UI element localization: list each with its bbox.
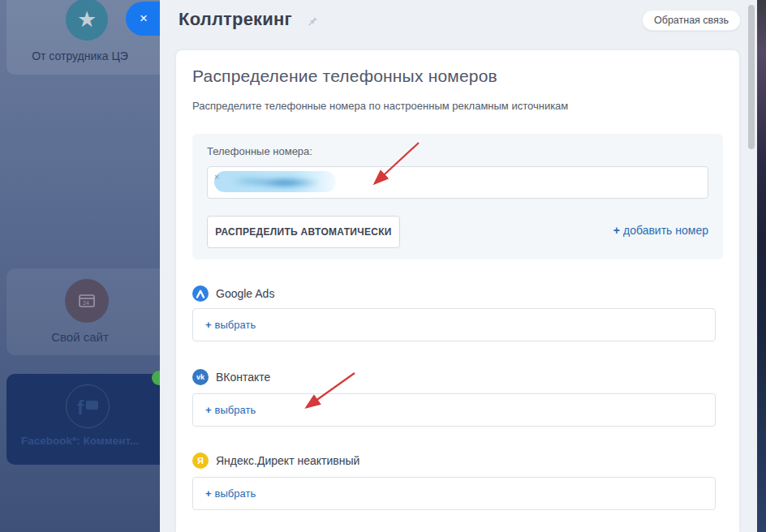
plus-icon: + [205,319,212,331]
redacted-phone-chip[interactable] [214,171,336,192]
feedback-button[interactable]: Обратная связь [642,10,741,31]
calltracking-panel: Коллтрекинг Обратная связь Распределение… [160,0,757,532]
add-number-link[interactable]: +добавить номер [613,224,708,237]
source-name: Яндекс.Директ неактивный [216,454,359,467]
distribute-automatically-button[interactable]: РАСПРЕДЕЛИТЬ АВТОМАТИЧЕСКИ [207,216,400,248]
facebook-comments-icon: f [66,384,110,428]
distribution-card: Распределение телефонных номеров Распред… [176,50,739,532]
tile-label-employee: От сотрудника ЦЭ [0,49,160,62]
section-subtitle: Распределите телефонные номера по настро… [192,100,568,112]
tile-label-facebook: Facebook*: Коммент... [0,435,160,447]
select-numbers-yandex-direct[interactable]: +выбрать [192,477,716,510]
source-name: Google Ads [216,287,274,300]
desktop-background-edge [757,0,766,532]
yandex-direct-icon: Я [192,453,209,469]
svg-text:24: 24 [83,300,89,306]
star-icon: ★ [66,0,108,41]
choose-link[interactable]: выбрать [215,404,256,416]
page-title: Коллтрекинг [179,9,292,30]
source-name: ВКонтакте [216,371,270,384]
close-overlay-button[interactable]: × [126,2,160,36]
plus-icon: + [205,487,212,500]
pin-icon[interactable] [306,15,318,30]
source-header-google-ads: Google Ads [192,285,274,302]
website-icon: 24 [65,279,109,323]
phone-numbers-panel: Телефонные номера: × РАСПРЕДЕЛИТЬ АВТОМА… [192,134,723,260]
close-icon: × [140,11,148,27]
phone-numbers-input[interactable]: × [207,166,708,199]
choose-link[interactable]: выбрать [215,487,256,500]
plus-icon: + [205,404,212,416]
source-header-vk: vk ВКонтакте [192,369,270,385]
select-numbers-vk[interactable]: +выбрать [192,393,716,427]
plus-icon: + [613,224,620,237]
chip-remove-icon[interactable]: × [214,172,219,182]
app-window: ★ × От сотрудника ЦЭ 24 Свой сайт f Face… [0,0,766,532]
integrations-background: ★ × От сотрудника ЦЭ 24 Свой сайт f Face… [0,0,160,532]
source-header-yandex-direct: Я Яндекс.Директ неактивный [192,453,359,469]
vk-icon: vk [192,369,209,385]
phone-numbers-label: Телефонные номера: [207,145,312,157]
google-ads-icon [192,285,209,302]
choose-link[interactable]: выбрать [215,319,256,331]
blurred-phone-number [214,171,336,192]
section-title: Распределение телефонных номеров [192,66,497,86]
select-numbers-google-ads[interactable]: +выбрать [192,308,716,341]
tile-label-own-site: Свой сайт [0,330,160,344]
vertical-scrollbar-thumb[interactable] [748,5,755,149]
